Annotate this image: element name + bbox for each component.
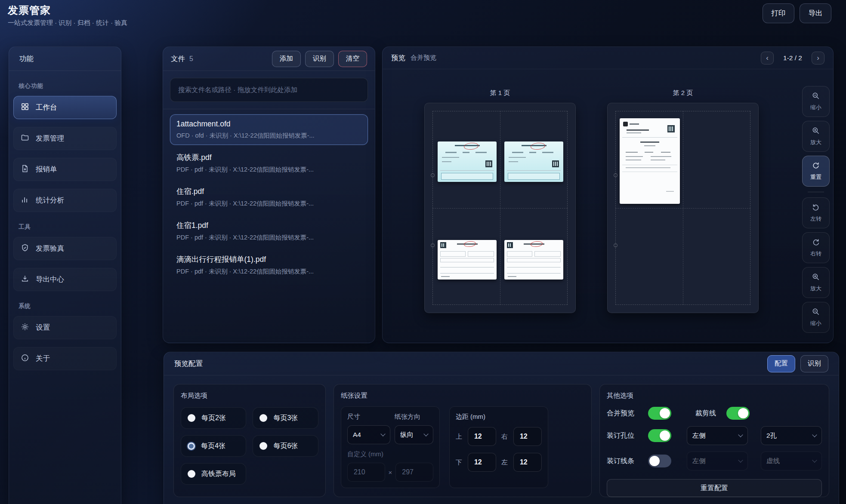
files-panel: 文件 5 添加 识别 清空 1attachment.ofd OFD · ofd …: [163, 46, 375, 343]
binding-side-select: 左侧: [687, 452, 748, 470]
file-meta: PDF · pdf · 未识别 · X:\12-22信阳固始报销发票-...: [176, 200, 361, 208]
file-meta: OFD · ofd · 未识别 · X:\12-22信阳固始报销发票-...: [176, 132, 361, 140]
sidebar-item-label: 关于: [36, 354, 50, 363]
shield-check-icon: [21, 243, 29, 254]
radio-6-per-page[interactable]: 每页6张: [253, 435, 318, 457]
toggle-knob: [660, 430, 670, 441]
print-button[interactable]: 打印: [763, 3, 794, 23]
file-item[interactable]: 住宿.pdf PDF · pdf · 未识别 · X:\12-22信阳固始报销发…: [170, 181, 368, 213]
radio-3-per-page[interactable]: 每页3张: [253, 407, 318, 429]
margin-top-label: 上: [456, 433, 463, 441]
punch-side-select[interactable]: 左侧: [687, 426, 748, 445]
document-icon: [21, 164, 29, 175]
radio-2-per-page[interactable]: 每页2张: [181, 407, 246, 429]
sidebar-section-core: 核心功能: [19, 82, 111, 90]
sidebar-item-expense-form[interactable]: 报销单: [13, 158, 117, 181]
invoice-thumbnail-train-ticket: [438, 141, 497, 182]
app-title: 发票管家: [8, 3, 51, 17]
toggle-knob: [649, 456, 660, 466]
chevron-down-icon: [812, 432, 817, 437]
rotate-right-button[interactable]: 右转: [802, 232, 830, 263]
sidebar-item-workbench[interactable]: 工作台: [13, 96, 117, 119]
folder-icon: [21, 133, 29, 144]
file-item[interactable]: 高铁票.pdf PDF · pdf · 未识别 · X:\12-22信阳固始报销…: [170, 147, 368, 179]
sidebar-item-export-center[interactable]: 导出中心: [13, 268, 117, 291]
file-name: 住宿.pdf: [176, 186, 361, 197]
files-count: 5: [189, 55, 193, 63]
download-icon: [21, 274, 29, 285]
reset-config-button[interactable]: 重置配置: [607, 479, 822, 497]
export-button[interactable]: 导出: [800, 3, 831, 23]
file-item[interactable]: 1attachment.ofd OFD · ofd · 未识别 · X:\12-…: [170, 114, 368, 145]
merge-preview-toggle[interactable]: [648, 407, 671, 420]
orientation-select[interactable]: 纵向: [395, 425, 433, 444]
file-item[interactable]: 住宿1.pdf PDF · pdf · 未识别 · X:\12-22信阳固始报销…: [170, 215, 368, 247]
tab-config[interactable]: 配置: [767, 355, 795, 372]
file-meta: PDF · pdf · 未识别 · X:\12-22信阳固始报销发票-...: [176, 166, 361, 174]
toolbar-divider: [808, 192, 824, 192]
paper-settings-card: 纸张设置 尺寸 纸张方向 A4 纵向 自定义 (mm): [333, 384, 592, 497]
grid-icon: [21, 102, 29, 113]
next-page-button[interactable]: ›: [812, 52, 824, 65]
crop-line-label: 裁剪线: [695, 409, 716, 418]
sidebar-item-label: 设置: [36, 323, 50, 332]
radio-4-per-page[interactable]: 每页4张: [181, 435, 246, 457]
sidebar-item-about[interactable]: 关于: [13, 347, 117, 370]
binding-line-toggle[interactable]: [648, 455, 671, 467]
zoom-out-icon: [812, 92, 820, 101]
margin-right-input[interactable]: [513, 427, 542, 446]
other-options-card: 其他选项 合并预览 裁剪线 装订孔位 左侧 2孔 装订线条: [599, 384, 829, 497]
reset-view-button[interactable]: 重置: [802, 156, 830, 187]
invoice-thumbnail-invoice: [504, 240, 563, 280]
add-file-button[interactable]: 添加: [272, 51, 301, 67]
paper-size-subcard: 尺寸 纸张方向 A4 纵向 自定义 (mm) ×: [341, 406, 440, 488]
page-preview-1[interactable]: [424, 103, 576, 313]
file-name: 滴滴出行行程报销单(1).pdf: [176, 254, 361, 264]
punch-hole-toggle[interactable]: [648, 429, 671, 442]
punch-hole-label: 装订孔位: [607, 431, 644, 440]
radio-icon: [259, 442, 267, 450]
sidebar-item-statistics[interactable]: 统计分析: [13, 189, 117, 212]
sidebar-item-invoice-manage[interactable]: 发票管理: [13, 127, 117, 150]
zoom-out-button[interactable]: 缩小: [802, 302, 830, 333]
file-item[interactable]: 滴滴出行行程报销单(1).pdf PDF · pdf · 未识别 · X:\12…: [170, 249, 368, 281]
invoice-thumbnail-trip-report: [620, 118, 680, 204]
margin-left-input[interactable]: [513, 453, 542, 472]
merge-preview-label: 合并预览: [607, 409, 644, 418]
chevron-down-icon: [738, 458, 743, 462]
layout-options-card: 布局选项 每页2张 每页3张 每页4张 每页6张: [173, 384, 326, 497]
zoom-in-icon: [812, 126, 820, 136]
prev-page-button[interactable]: ‹: [761, 52, 774, 65]
zoom-in-button[interactable]: 放大: [802, 267, 830, 298]
rotate-left-icon: [812, 203, 820, 213]
radio-icon: [188, 414, 195, 422]
chevron-down-icon: [423, 431, 428, 436]
binding-line-label: 装订线条: [607, 457, 644, 466]
margins-subcard: 边距 (mm) 上 右 下 左: [449, 406, 548, 488]
crop-line-horizontal: [615, 208, 750, 209]
margin-top-input[interactable]: [468, 427, 496, 446]
zoom-in-button[interactable]: 放大: [802, 121, 830, 152]
margin-bottom-input[interactable]: [468, 453, 496, 472]
rotate-left-button[interactable]: 左转: [802, 197, 830, 228]
sidebar-item-invoice-verify[interactable]: 发票验真: [13, 237, 117, 260]
recognize-button[interactable]: 识别: [305, 51, 334, 67]
crop-line-toggle[interactable]: [726, 407, 750, 420]
clear-button[interactable]: 清空: [338, 51, 367, 67]
sidebar-section-system: 系统: [19, 302, 111, 310]
punch-holes-select[interactable]: 2孔: [761, 426, 822, 445]
paper-settings-title: 纸张设置: [341, 391, 584, 400]
radio-train-ticket-layout[interactable]: 高铁票布局: [181, 463, 246, 485]
times-symbol: ×: [389, 469, 392, 476]
search-input[interactable]: [170, 78, 368, 102]
chevron-down-icon: [738, 432, 743, 437]
zoom-out-button[interactable]: 缩小: [802, 86, 830, 117]
info-icon: [21, 353, 29, 364]
sidebar-item-label: 报销单: [36, 165, 57, 174]
preview-title: 预览: [391, 53, 405, 63]
sidebar-item-settings[interactable]: 设置: [13, 316, 117, 339]
tab-recognize[interactable]: 识别: [800, 355, 828, 372]
page-preview-2[interactable]: [607, 103, 759, 313]
custom-width-input: [347, 463, 385, 482]
paper-size-select[interactable]: A4: [347, 425, 390, 444]
